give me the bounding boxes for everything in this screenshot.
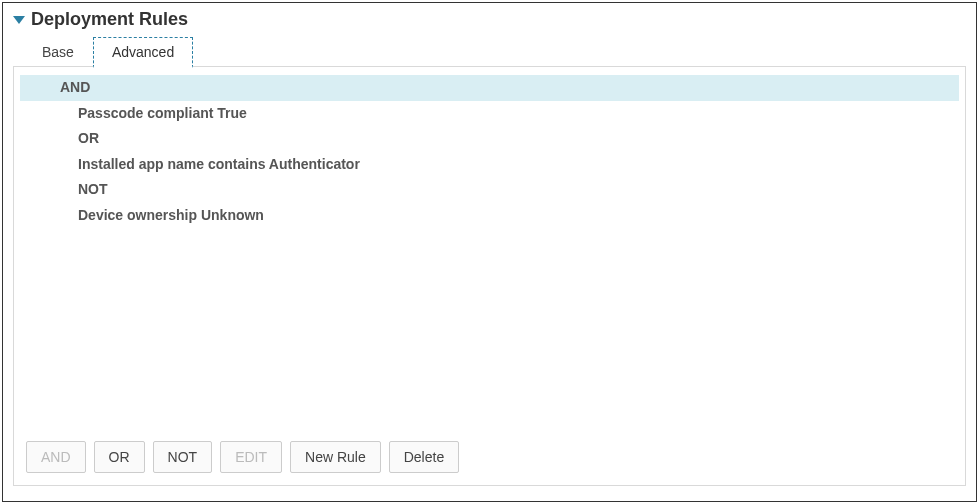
new-rule-button[interactable]: New Rule <box>290 441 381 473</box>
not-button[interactable]: NOT <box>153 441 213 473</box>
tab-advanced[interactable]: Advanced <box>93 37 193 68</box>
edit-button[interactable]: EDIT <box>220 441 282 473</box>
rule-row[interactable]: OR <box>14 126 965 152</box>
delete-button[interactable]: Delete <box>389 441 459 473</box>
rule-row[interactable]: NOT <box>14 177 965 203</box>
rule-row[interactable]: Passcode compliant True <box>14 101 965 127</box>
rule-row[interactable]: Device ownership Unknown <box>14 203 965 229</box>
deployment-rules-panel: Deployment Rules Base Advanced AND Passc… <box>2 2 977 502</box>
panel-title: Deployment Rules <box>31 9 188 30</box>
tab-bar: Base Advanced <box>23 37 966 68</box>
rule-row[interactable]: Installed app name contains Authenticato… <box>14 152 965 178</box>
panel-header: Deployment Rules <box>13 9 966 30</box>
disclosure-triangle-icon[interactable] <box>13 16 25 24</box>
rules-content: AND Passcode compliant True OR Installed… <box>13 66 966 486</box>
or-button[interactable]: OR <box>94 441 145 473</box>
rule-row[interactable]: AND <box>20 75 959 101</box>
tab-base[interactable]: Base <box>23 37 93 68</box>
button-bar: AND OR NOT EDIT New Rule Delete <box>26 441 459 473</box>
and-button[interactable]: AND <box>26 441 86 473</box>
rule-list: AND Passcode compliant True OR Installed… <box>14 75 965 229</box>
